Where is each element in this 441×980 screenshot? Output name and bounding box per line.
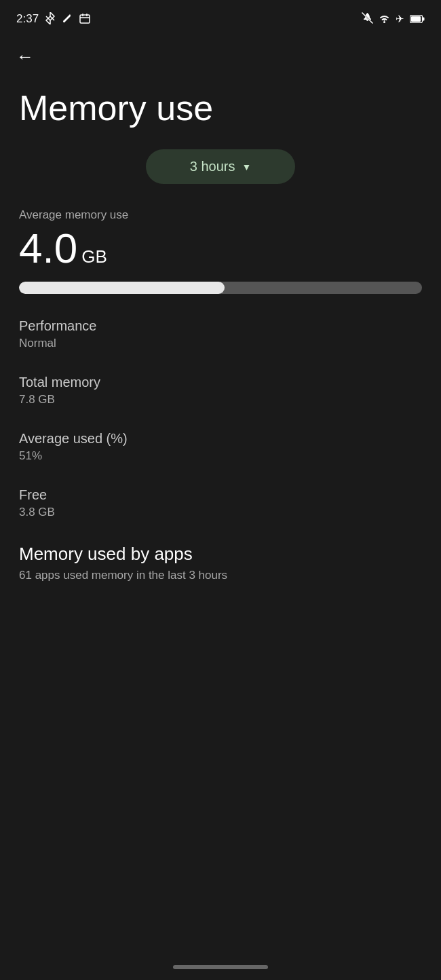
status-bar: 2:37 [0, 0, 441, 35]
content-section: Average memory use 4.0 GB Performance No… [0, 208, 441, 519]
time-selector-container: 3 hours ▼ [0, 149, 441, 184]
memory-apps-section: Memory used by apps 61 apps used memory … [0, 544, 441, 582]
page-title: Memory use [0, 73, 441, 149]
memory-value-row: 4.0 GB [19, 227, 422, 269]
wrench-icon [62, 13, 73, 26]
stat-average-used-value: 51% [19, 449, 422, 463]
svg-rect-12 [411, 16, 421, 22]
stat-average-used-label: Average used (%) [19, 431, 422, 447]
bluetooth-icon [45, 12, 55, 26]
average-memory-section: Average memory use 4.0 GB [19, 208, 422, 294]
memory-number: 4.0 [19, 227, 77, 269]
svg-rect-11 [423, 17, 425, 20]
memory-apps-title: Memory used by apps [19, 544, 422, 565]
svg-point-9 [383, 21, 385, 23]
time-selector-value: 3 hours [190, 159, 235, 174]
memory-unit: GB [81, 246, 107, 267]
calendar-icon [79, 13, 90, 26]
stat-total-memory-label: Total memory [19, 375, 422, 390]
stat-average-used: Average used (%) 51% [19, 431, 422, 463]
stat-performance-label: Performance [19, 318, 422, 334]
stat-total-memory: Total memory 7.8 GB [19, 375, 422, 407]
status-time: 2:37 [16, 12, 39, 26]
progress-bar-fill [19, 282, 225, 294]
battery-icon [410, 14, 425, 25]
status-right: ✈ [362, 12, 425, 26]
stat-free-value: 3.8 GB [19, 506, 422, 519]
svg-rect-3 [80, 15, 90, 23]
airplane-icon: ✈ [396, 13, 404, 25]
bell-off-icon [362, 12, 373, 26]
home-indicator[interactable] [173, 965, 268, 969]
stat-performance-value: Normal [19, 337, 422, 350]
stat-free-label: Free [19, 487, 422, 503]
svg-point-2 [63, 20, 65, 22]
dropdown-arrow-icon: ▼ [242, 162, 251, 172]
memory-apps-subtitle: 61 apps used memory in the last 3 hours [19, 569, 422, 582]
stat-performance: Performance Normal [19, 318, 422, 350]
avg-memory-label: Average memory use [19, 208, 422, 222]
status-left: 2:37 [16, 12, 90, 26]
stat-total-memory-value: 7.8 GB [19, 393, 422, 407]
back-arrow-icon: ← [16, 46, 34, 67]
stat-free: Free 3.8 GB [19, 487, 422, 519]
memory-progress-bar [19, 282, 422, 294]
wifi-icon [379, 14, 390, 25]
time-selector-dropdown[interactable]: 3 hours ▼ [146, 149, 295, 184]
back-button[interactable]: ← [0, 35, 441, 73]
